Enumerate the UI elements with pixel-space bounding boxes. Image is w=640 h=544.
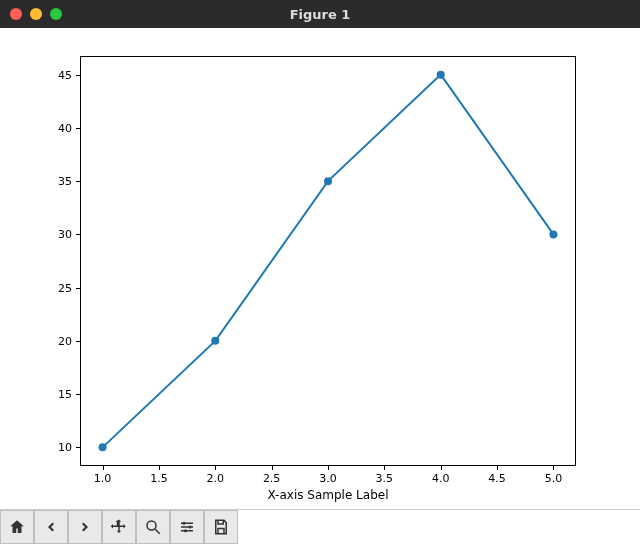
x-tick-label: 3.0 <box>319 472 337 485</box>
y-tick-label: 20 <box>58 334 72 347</box>
x-tick-label: 3.5 <box>376 472 394 485</box>
save-button[interactable] <box>204 510 238 544</box>
y-tick-label: 15 <box>58 388 72 401</box>
y-tick-label: 25 <box>58 281 72 294</box>
x-tick-label: 2.5 <box>263 472 281 485</box>
x-tick-label: 4.5 <box>488 472 506 485</box>
x-tick-label: 5.0 <box>545 472 563 485</box>
x-axis-label: X-axis Sample Label <box>80 488 576 502</box>
back-button[interactable] <box>34 510 68 544</box>
maximize-icon[interactable] <box>50 8 62 20</box>
x-tick-label: 1.0 <box>94 472 112 485</box>
save-icon <box>212 518 230 536</box>
configure-button[interactable] <box>170 510 204 544</box>
data-point <box>324 177 332 185</box>
zoom-button[interactable] <box>136 510 170 544</box>
close-icon[interactable] <box>10 8 22 20</box>
arrow-right-icon <box>76 518 94 536</box>
move-icon <box>110 518 128 536</box>
home-button[interactable] <box>0 510 34 544</box>
pan-button[interactable] <box>102 510 136 544</box>
svg-point-2 <box>183 522 186 525</box>
y-tick-label: 30 <box>58 228 72 241</box>
svg-line-1 <box>155 529 160 534</box>
sliders-icon <box>178 518 196 536</box>
svg-point-3 <box>189 526 192 529</box>
data-point <box>99 443 107 451</box>
home-icon <box>8 518 26 536</box>
data-point <box>437 71 445 79</box>
y-tick-label: 40 <box>58 121 72 134</box>
figure-canvas: X-axis Sample Label 1.01.52.02.53.03.54.… <box>0 28 640 509</box>
window-controls <box>10 8 62 20</box>
zoom-icon <box>144 518 162 536</box>
line-plot <box>0 28 640 510</box>
svg-point-0 <box>147 521 156 530</box>
arrow-left-icon <box>42 518 60 536</box>
forward-button[interactable] <box>68 510 102 544</box>
figure-window: Figure 1 X-axis Sample Label 1.01.52.02.… <box>0 0 640 544</box>
svg-point-4 <box>184 529 187 532</box>
y-tick-label: 45 <box>58 68 72 81</box>
titlebar: Figure 1 <box>0 0 640 28</box>
y-tick-label: 10 <box>58 441 72 454</box>
data-point <box>211 337 219 345</box>
x-tick-label: 2.0 <box>207 472 225 485</box>
window-title: Figure 1 <box>0 7 640 22</box>
minimize-icon[interactable] <box>30 8 42 20</box>
y-tick-label: 35 <box>58 175 72 188</box>
x-tick-label: 4.0 <box>432 472 450 485</box>
x-tick-label: 1.5 <box>150 472 168 485</box>
data-point <box>549 230 557 238</box>
matplotlib-toolbar <box>0 509 640 544</box>
